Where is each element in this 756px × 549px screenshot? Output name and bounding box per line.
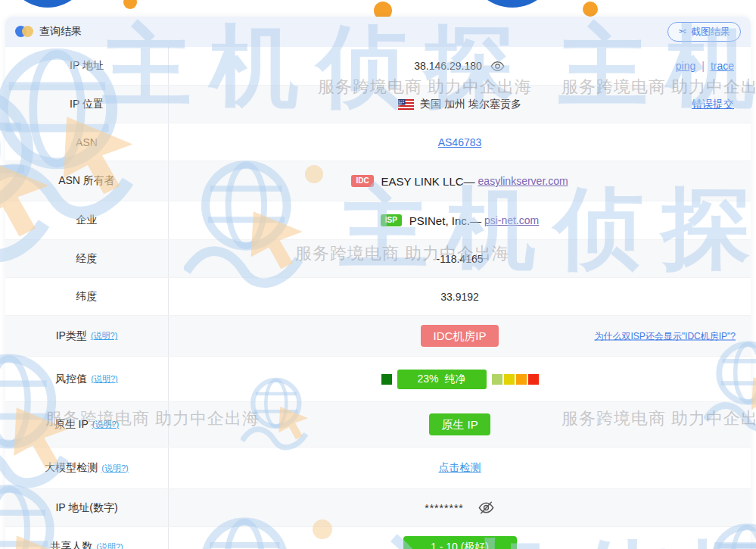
risk-progress-bar: 23%纯净 [397, 370, 487, 389]
screenshot-button-label: 截图结果 [691, 26, 730, 38]
row-value: 23%纯净 [169, 357, 751, 401]
us-flag-icon [398, 99, 414, 110]
latitude-value: 33.9192 [440, 291, 479, 303]
ip-number-masked-value: ******** [425, 502, 464, 514]
ip-type-badge: IDC机房IP [421, 325, 498, 347]
ip-address-value: 38.146.29.180 [414, 60, 482, 72]
table-row-native-ip: 原生 IP (说明?) 原生 IP [5, 402, 751, 448]
row-label: 风控值 (说明?) [5, 357, 169, 401]
asn-owner-name: EASY LINK LLC— [381, 175, 475, 188]
table-row-company: 企业 ISP PSINet, Inc.— psi-net.com [5, 201, 751, 240]
risk-scale-square [504, 374, 515, 385]
native-ip-badge: 原生 IP [429, 413, 490, 435]
row-label: 企业 [5, 201, 169, 239]
risk-meter: 23%纯净 [381, 370, 539, 389]
table-row-risk: 风控值 (说明?) 23%纯净 [5, 357, 751, 402]
deco-dot [123, 0, 137, 9]
link-separator: | [702, 60, 705, 72]
table-row-llm-check: 大模型检测 (说明?) 点击检测 [5, 448, 751, 489]
row-label: IP 地址(数字) [5, 489, 169, 526]
result-section-icon [15, 26, 35, 38]
table-row-asn-owner: ASN 所有者 IDC EASY LINK LLC— easylinkserve… [5, 161, 751, 201]
table-row-shared-count: 共享人数 (说明?) 1 - 10 (极好) [5, 527, 751, 549]
risk-status: 纯净 [445, 373, 466, 385]
panel-title: 查询结果 [39, 25, 82, 39]
deco-circle [6, 0, 89, 8]
ip-tools: ping | trace [676, 60, 734, 72]
row-value: AS46783 [169, 123, 751, 161]
table-row-longitude: 经度 -118.4165 [5, 240, 751, 278]
error-submit-link[interactable]: 错误提交 [692, 98, 734, 111]
row-value: 1 - 10 (极好) [169, 527, 751, 549]
risk-scale-square [381, 374, 392, 385]
risk-scale-square [492, 374, 502, 385]
risk-scale-square [528, 374, 539, 385]
row-label: IP 地址 [5, 47, 169, 85]
row-label: 经度 [5, 240, 169, 277]
row-label: 原生 IP (说明?) [5, 402, 169, 447]
note-link[interactable]: (说明?) [101, 463, 128, 474]
note-link[interactable]: (说明?) [92, 419, 119, 430]
row-value: 原生 IP [169, 402, 751, 447]
row-value: 38.146.29.180 ping | trace [169, 47, 751, 85]
row-label: 大模型检测 (说明?) [5, 448, 169, 488]
scissors-icon: ✂ [678, 26, 686, 38]
risk-percent: 23% [417, 373, 438, 385]
ping-link[interactable]: ping [676, 60, 695, 72]
row-value: ******** [169, 489, 751, 526]
deco-dot [583, 2, 598, 17]
query-result-panel: 查询结果 ✂ 截图结果 IP 地址 38.146.29.180 ping | t… [5, 17, 751, 549]
table-row-asn: ASN AS46783 [5, 123, 751, 161]
why-dual-isp-link[interactable]: 为什么双ISP还会显示"IDC机房IP"? [594, 329, 736, 342]
company-name: PSINet, Inc.— [409, 214, 481, 227]
risk-scale [492, 374, 539, 385]
click-detect-link[interactable]: 点击检测 [439, 461, 481, 475]
longitude-value: -118.4165 [436, 253, 483, 265]
eye-icon[interactable] [490, 58, 506, 74]
row-label: IP 位置 [5, 86, 169, 123]
asn-link[interactable]: AS46783 [438, 136, 482, 148]
row-label: ASN 所有者 [5, 161, 169, 201]
table-row-ip-type: IP类型 (说明?) IDC机房IP 为什么双ISP还会显示"IDC机房IP"? [5, 316, 751, 357]
row-value: ISP PSINet, Inc.— psi-net.com [169, 201, 751, 239]
shared-count-badge: 1 - 10 (极好) [403, 536, 517, 549]
table-row-location: IP 位置 美国 加州 埃尔塞贡多 错误提交 [5, 86, 751, 123]
risk-scale-square [516, 374, 527, 385]
row-label: 共享人数 (说明?) [5, 527, 169, 549]
location-value: 美国 加州 埃尔塞贡多 [420, 98, 521, 111]
eye-off-icon[interactable] [478, 499, 495, 516]
row-value: IDC EASY LINK LLC— easylinkserver.com [169, 161, 751, 201]
table-row-ip-number: IP 地址(数字) ******** [5, 489, 751, 527]
panel-header: 查询结果 ✂ 截图结果 [5, 17, 751, 47]
table-row-ip: IP 地址 38.146.29.180 ping | trace [5, 47, 751, 86]
table-row-latitude: 纬度 33.9192 [5, 278, 751, 316]
deco-circle [468, 0, 557, 8]
isp-chip-badge: ISP [381, 214, 402, 226]
row-label: ASN [5, 123, 169, 161]
company-domain-link[interactable]: psi-net.com [484, 214, 539, 226]
screenshot-result-button[interactable]: ✂ 截图结果 [667, 22, 741, 42]
row-value: -118.4165 [169, 240, 751, 277]
row-label: 纬度 [5, 278, 169, 315]
note-link[interactable]: (说明?) [91, 373, 117, 385]
trace-link[interactable]: trace [711, 60, 734, 72]
row-value: 美国 加州 埃尔塞贡多 错误提交 [169, 86, 751, 123]
row-value: 33.9192 [169, 278, 751, 315]
idc-chip-badge: IDC [351, 175, 373, 187]
row-value: 点击检测 [169, 448, 751, 488]
asn-owner-domain-link[interactable]: easylinkserver.com [478, 175, 568, 187]
row-label: IP类型 (说明?) [5, 316, 169, 356]
note-link[interactable]: (说明?) [96, 541, 123, 549]
note-link[interactable]: (说明?) [91, 330, 117, 342]
row-value: IDC机房IP 为什么双ISP还会显示"IDC机房IP"? [169, 316, 751, 356]
